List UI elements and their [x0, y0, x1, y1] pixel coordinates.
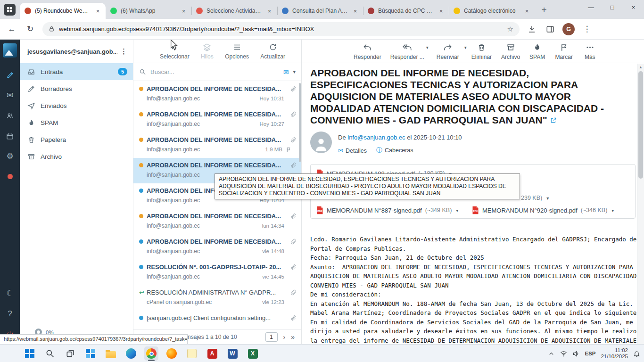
folder-options-kebab-icon[interactable]: ⋮: [120, 47, 127, 56]
help-icon[interactable]: ?: [0, 304, 20, 324]
calendar-icon[interactable]: [0, 126, 20, 146]
tab-whatsapp[interactable]: (6) WhatsApp ×: [106, 3, 191, 19]
acrobat-button[interactable]: A: [205, 346, 219, 361]
message-row[interactable]: RESOLUCIÓN N°. 001-GADPRSJ-LOTAIP- 20...…: [133, 260, 301, 285]
attachment-menu-caret-icon[interactable]: ▾: [456, 208, 458, 213]
scroll-up-icon[interactable]: ▲: [637, 64, 644, 70]
flag-icon[interactable]: [286, 147, 292, 153]
tab-catalogo-electronico[interactable]: Catálogo electrónico ×: [449, 3, 535, 19]
page-number-input[interactable]: [265, 332, 278, 342]
forward-dropdown-icon[interactable]: ▾: [464, 45, 467, 50]
wifi-icon[interactable]: [560, 350, 567, 357]
tray-chevron-up-icon[interactable]: [548, 350, 555, 357]
mail-icon[interactable]: ✉: [0, 85, 20, 106]
excel-button[interactable]: X: [246, 346, 260, 361]
list-scrollbar-thumb[interactable]: [299, 83, 301, 162]
tab-close-icon[interactable]: ×: [94, 7, 102, 15]
window-close-button[interactable]: ×: [623, 0, 644, 15]
message-row[interactable]: [sanjuan.gob.ec] Client configuration se…: [133, 311, 301, 329]
tab-seleccione-actividad[interactable]: Seleccione Actividad... ×: [191, 3, 277, 19]
attachment-menu-caret-icon[interactable]: ▾: [546, 196, 549, 201]
attachment-chip[interactable]: 239 KB) ▾: [521, 195, 549, 201]
forward-button[interactable]: ▾ Reenviar: [430, 43, 465, 60]
chrome-button[interactable]: [144, 346, 158, 361]
back-button[interactable]: ←: [6, 23, 18, 35]
folder-enviados[interactable]: Enviados: [20, 97, 133, 114]
message-row[interactable]: APROBACION DEL INFORME DE NECESIDA... in…: [133, 82, 301, 107]
content-scrollbar[interactable]: ▲: [637, 64, 644, 344]
profile-avatar[interactable]: G: [562, 23, 575, 35]
options-button[interactable]: Opciones: [225, 43, 249, 60]
delete-button[interactable]: Eliminar: [469, 43, 495, 60]
notification-bell-icon[interactable]: [633, 350, 640, 357]
archive-button[interactable]: Archivo: [498, 43, 523, 60]
external-link-icon[interactable]: [550, 114, 557, 126]
support-icon[interactable]: [0, 166, 20, 187]
mark-button[interactable]: Marcar: [551, 43, 577, 60]
threads-button[interactable]: Hilos: [201, 43, 214, 60]
tab-close-icon[interactable]: ×: [437, 7, 445, 15]
lock-icon[interactable]: [49, 26, 55, 32]
tab-close-icon[interactable]: ×: [351, 7, 359, 15]
message-row[interactable]: APROBACION DEL INFORME DE NECESIDA... in…: [133, 209, 301, 234]
bookmark-star-icon[interactable]: ☆: [507, 25, 513, 33]
headers-toggle[interactable]: ⓘCabeceras: [376, 146, 413, 155]
widgets-button[interactable]: [83, 346, 98, 361]
compose-icon[interactable]: [0, 65, 20, 85]
tab-close-icon[interactable]: ×: [180, 7, 188, 15]
menu-kebab-icon[interactable]: ⋮: [581, 23, 593, 35]
taskbar-search-button[interactable]: [43, 346, 57, 361]
browser-window-icon[interactable]: [4, 4, 16, 16]
tab-roundcube[interactable]: (5) Roundcube Web... ×: [20, 3, 106, 19]
folder-borradores[interactable]: Borradores: [20, 80, 133, 97]
settings-gear-icon[interactable]: ⚙: [0, 146, 20, 166]
keyboard-language-indicator[interactable]: ESP: [585, 351, 595, 356]
search-input[interactable]: [150, 68, 279, 75]
word-button[interactable]: W: [225, 346, 239, 361]
message-row[interactable]: APROBACION DEL INFORME DE NECESIDA... in…: [133, 132, 301, 158]
reply-all-dropdown-icon[interactable]: ▾: [426, 45, 429, 50]
attachment-chip[interactable]: PDF MEMORANDUM N°887-signed.pdf (~349 KB…: [316, 206, 458, 214]
sender-email-link[interactable]: info@sanjuan.gob.ec: [347, 134, 405, 141]
dark-mode-moon-icon[interactable]: ☾: [0, 283, 20, 304]
side-panel-icon[interactable]: [544, 23, 556, 35]
message-row[interactable]: APROBACION DEL INFORME DE NECESIDA... in…: [133, 234, 301, 260]
details-toggle[interactable]: ✉Detalles: [338, 147, 367, 154]
next-page-icon[interactable]: ›: [283, 333, 286, 341]
content-scrollbar-thumb[interactable]: [638, 71, 643, 179]
search-options-chevron-icon[interactable]: ▾: [293, 69, 296, 75]
reply-button[interactable]: Responder: [351, 43, 384, 60]
download-icon[interactable]: [526, 23, 538, 35]
last-page-icon[interactable]: »: [291, 333, 295, 341]
folder-spam[interactable]: SPAM: [20, 114, 133, 131]
refresh-button[interactable]: Actualizar: [260, 43, 285, 60]
url-bar[interactable]: webmail.sanjuan.gob.ec/cpsess9740179367/…: [42, 22, 520, 36]
tab-close-icon[interactable]: ×: [265, 7, 273, 15]
search-scope-envelope-icon[interactable]: ✉: [283, 68, 289, 76]
tab-busqueda-cpc[interactable]: Búsqueda de CPC e... ×: [363, 3, 449, 19]
start-button[interactable]: [23, 346, 37, 361]
message-row[interactable]: APROBACION DEL INFORME DE NECESIDA... in…: [133, 107, 301, 132]
firefox-button[interactable]: [165, 346, 179, 361]
spam-button[interactable]: SPAM: [527, 43, 548, 60]
folder-entrada[interactable]: Entrada 5: [20, 63, 133, 80]
window-minimize-button[interactable]: —: [580, 0, 602, 15]
tab-consulta-plan[interactable]: Consulta del Plan An... ×: [277, 3, 363, 19]
edge-button[interactable]: [124, 346, 138, 361]
tab-close-icon[interactable]: ×: [523, 7, 531, 15]
message-row[interactable]: ↩RESOLUCIÓN ADMINISTRATIVA N° GADPR... c…: [133, 285, 301, 311]
reload-button[interactable]: ↻: [24, 23, 36, 35]
folder-papelera[interactable]: Papelera: [20, 131, 133, 148]
reply-all-button[interactable]: ▾ Responder ...: [388, 43, 427, 60]
more-button[interactable]: Más: [580, 43, 600, 60]
contacts-icon[interactable]: [0, 106, 20, 126]
new-tab-button[interactable]: +: [537, 3, 551, 16]
window-maximize-button[interactable]: □: [602, 0, 623, 15]
volume-icon[interactable]: [572, 350, 579, 357]
task-view-button[interactable]: [63, 346, 77, 361]
taskbar-clock[interactable]: 11:02 21/10/2025: [601, 347, 628, 360]
folder-archivo[interactable]: Archivo: [20, 148, 133, 165]
attachment-menu-caret-icon[interactable]: ▾: [611, 208, 614, 213]
attachment-chip[interactable]: PDF MEMORANDUM N°920-signed.pdf (~346 KB…: [472, 206, 614, 214]
notes-app-button[interactable]: [185, 346, 199, 361]
